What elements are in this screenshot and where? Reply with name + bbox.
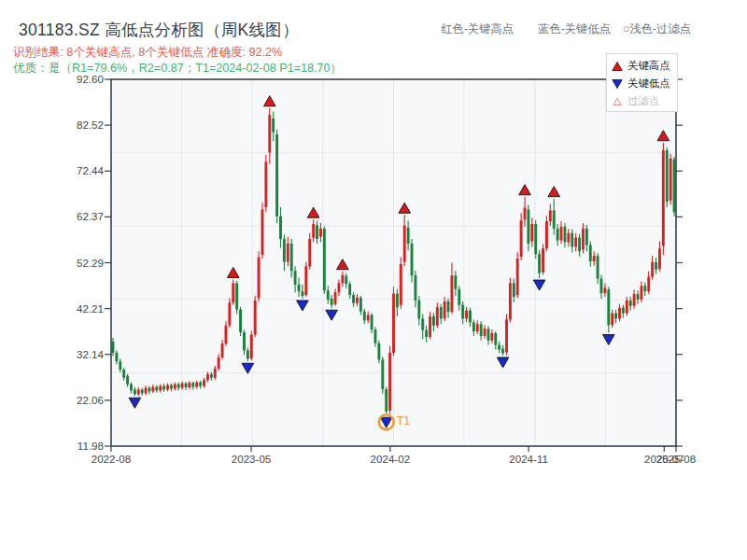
candle-down <box>381 359 384 389</box>
candle-up <box>225 326 228 343</box>
candle-down <box>371 315 374 330</box>
candle-down <box>440 307 443 318</box>
candle-up <box>268 115 271 152</box>
y-axis-label: 62.37 <box>55 210 104 222</box>
candle-down <box>316 225 318 239</box>
candle-up <box>159 386 162 391</box>
candle-down <box>352 295 355 303</box>
candle-down <box>396 294 399 308</box>
candle-down <box>385 389 388 412</box>
candle-up <box>520 220 523 257</box>
candle-down <box>666 150 669 202</box>
candle-up <box>626 301 628 314</box>
candle-up <box>633 294 636 306</box>
candle-up <box>560 227 563 241</box>
candle-up <box>356 298 359 303</box>
candle-down <box>643 286 646 291</box>
candle-up <box>505 319 508 352</box>
candle-down <box>614 314 617 319</box>
candle-down <box>191 383 194 386</box>
candle-down <box>170 385 173 389</box>
candle-down <box>461 305 464 319</box>
candle-up <box>304 266 307 295</box>
candle-up <box>218 357 220 369</box>
candle-down <box>272 119 275 133</box>
candle-up <box>174 385 176 389</box>
candle-up <box>188 383 190 387</box>
y-axis-label: 42.21 <box>55 302 104 315</box>
candle-down <box>155 387 158 391</box>
candle-down <box>534 224 537 254</box>
candle-down <box>407 228 410 244</box>
candle-up <box>516 259 519 295</box>
candle-down <box>557 229 559 241</box>
candle-down <box>275 134 278 217</box>
candle-up <box>640 286 642 300</box>
candle-down <box>141 389 144 393</box>
candle-down <box>564 227 567 243</box>
legend-item-filtered[interactable]: 过滤点 <box>612 92 677 110</box>
candle-up <box>490 333 493 341</box>
candle-down <box>283 239 286 261</box>
y-axis-label: 72.44 <box>55 164 104 176</box>
candle-down <box>327 290 330 300</box>
candle-down <box>148 388 151 392</box>
candle-up <box>403 225 406 261</box>
candle-down <box>480 324 483 336</box>
candle-down <box>126 376 129 385</box>
candle-down <box>363 312 366 321</box>
kline-analysis-page: 301183.SZ 高低点分析图（周K线图） 红色-关键高点 蓝色-关键低点 ○… <box>0 0 747 560</box>
candle-up <box>444 301 446 319</box>
candle-up <box>669 159 672 201</box>
candle-down <box>501 349 504 354</box>
candle-down <box>589 245 592 261</box>
legend-item-label: 关键低点 <box>627 77 670 91</box>
candle-down <box>447 301 450 312</box>
candle-up <box>603 287 606 293</box>
candle-down <box>411 244 414 275</box>
candle-down <box>607 289 610 325</box>
legend-item-key-low[interactable]: 关键低点 <box>612 75 677 92</box>
candle-up <box>203 380 205 385</box>
candle-down <box>538 254 541 273</box>
candle-up <box>476 324 479 331</box>
candle-down <box>199 383 202 386</box>
candle-down <box>374 329 377 343</box>
candle-up <box>338 283 341 292</box>
x-axis-label: 2025-08 <box>646 453 706 465</box>
y-axis-label: 52.29 <box>55 257 104 269</box>
candle-down <box>279 217 282 239</box>
candle-down <box>377 343 380 360</box>
candle-down <box>673 160 676 213</box>
legend-item-key-high[interactable]: 关键高点 <box>612 57 677 75</box>
candle-down <box>571 233 573 247</box>
candle-down <box>243 332 246 350</box>
candle-down <box>425 330 428 337</box>
candle-up <box>334 292 337 304</box>
candle-up <box>658 248 661 268</box>
x-axis-label: 2024-02 <box>360 453 420 465</box>
y-axis-label: 32.14 <box>55 348 104 360</box>
candle-up <box>151 387 154 392</box>
candle-down <box>597 256 599 278</box>
candle-down <box>345 276 347 285</box>
candle-down <box>553 210 556 228</box>
x-axis-label: 2023-05 <box>221 453 281 465</box>
candle-up <box>647 277 650 292</box>
candle-up <box>429 316 431 337</box>
candle-down <box>655 262 657 270</box>
candle-up <box>509 283 512 319</box>
candle-up <box>221 343 224 357</box>
x-axis-label: 2024-11 <box>499 453 558 465</box>
candle-down <box>585 229 588 245</box>
candle-up <box>250 334 253 358</box>
candle-down <box>162 386 165 390</box>
candle-up <box>319 229 322 237</box>
y-axis-label: 11.98 <box>55 440 104 452</box>
y-axis-label: 22.06 <box>55 394 104 406</box>
candle-down <box>637 294 640 300</box>
candle-down <box>177 385 180 388</box>
candle-down <box>185 384 188 387</box>
y-axis-label: 82.52 <box>55 119 104 131</box>
candle-down <box>417 301 420 318</box>
